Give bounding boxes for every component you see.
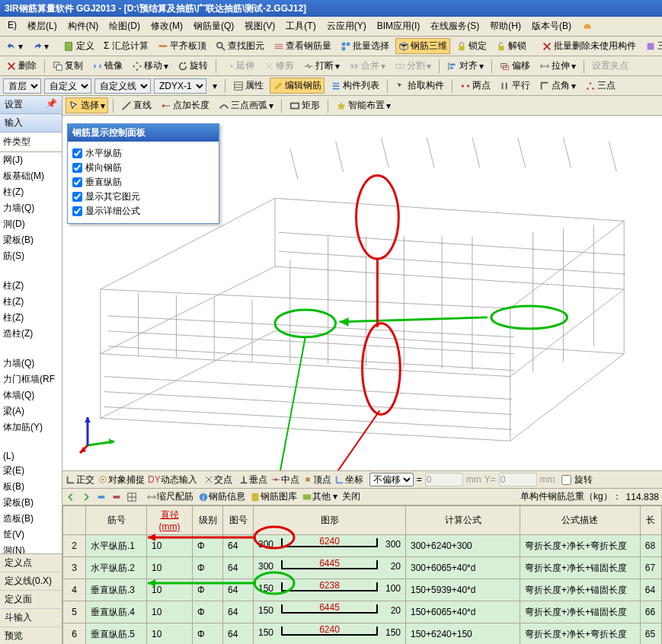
cell-3-0[interactable]: 5	[63, 601, 86, 623]
sidebar-item-25[interactable]: 洞(N)	[0, 543, 62, 553]
panel-check-3[interactable]: 显示其它图元	[72, 190, 214, 204]
smart-layout-button[interactable]: 智能布置 ▾	[333, 97, 394, 113]
next-button[interactable]	[81, 491, 91, 502]
col-5[interactable]: 图形	[254, 506, 406, 535]
sidebar-item-16[interactable]: 梁(A)	[0, 403, 62, 419]
cell-0-5[interactable]: 3006240300	[254, 535, 406, 557]
mirror-button[interactable]: 镜像	[89, 58, 126, 74]
panel-checkbox-3[interactable]	[72, 192, 82, 202]
sidebar-item-15[interactable]: 体墙(Q)	[0, 387, 62, 403]
sum-button[interactable]: Σ 汇总计算	[101, 38, 152, 54]
view-rebar-button[interactable]: 查看钢筋量	[270, 38, 334, 54]
cell-1-2[interactable]: 10	[147, 557, 193, 579]
dyn-input-button[interactable]: DY动态输入	[148, 473, 197, 486]
menu-item-10[interactable]: 在线服务(S)	[426, 18, 484, 34]
col-1[interactable]: 筋号	[86, 506, 147, 535]
cell-3-7[interactable]: 弯折长度+净长+锚固长度	[520, 601, 641, 623]
sidebar-input-header[interactable]: 输入	[0, 114, 62, 132]
menu-item-12[interactable]: 版本号(B)	[527, 18, 576, 34]
sidebar-item-5[interactable]: 梁板(B)	[0, 232, 62, 248]
sidebar-bottom-1[interactable]: 定义线(0.X)	[0, 572, 62, 591]
panel-check-2[interactable]: 垂直纵筋	[72, 175, 214, 190]
sidebar-bottom-2[interactable]: 定义面	[0, 591, 62, 609]
menu-item-9[interactable]: BIM应用(I)	[373, 18, 425, 34]
table-tool-button[interactable]	[126, 491, 137, 502]
rotate-checkbox[interactable]	[561, 475, 571, 485]
3d-viewport[interactable]: 钢筋显示控制面板 水平纵筋横向钢筋垂直纵筋显示其它图元显示详细公式	[62, 116, 662, 470]
cell-1-0[interactable]: 3	[63, 557, 86, 579]
table-row[interactable]: 3水平纵筋.210Φ64300644520300+6065+40*d弯折长度+净…	[63, 557, 662, 579]
sidebar-item-3[interactable]: 力墙(Q)	[0, 200, 62, 216]
custom-line-select[interactable]: 自定义线	[94, 78, 151, 94]
delete-button[interactable]: 删除	[3, 58, 40, 74]
menu-item-6[interactable]: 视图(V)	[240, 18, 280, 34]
dropdown-button[interactable]: ▾	[209, 79, 220, 93]
redo-button[interactable]: ▾	[29, 40, 52, 53]
sidebar-item-2[interactable]: 柱(Z)	[0, 184, 62, 200]
cell-1-3[interactable]: Φ	[193, 557, 223, 579]
three-point-button[interactable]: 三点	[582, 78, 619, 94]
lock-button[interactable]: 锁定	[453, 38, 490, 54]
attr-button[interactable]: 属性	[230, 78, 267, 94]
floor-select[interactable]: 首层	[3, 78, 41, 94]
cell-0-1[interactable]: 水平纵筋.1	[86, 535, 147, 557]
line-button[interactable]: 直线	[118, 97, 155, 113]
cell-0-4[interactable]: 64	[223, 535, 254, 557]
table-row[interactable]: 4垂直纵筋.310Φ641506238100150+5939+40*d弯折长度+…	[63, 579, 662, 601]
cell-2-3[interactable]: Φ	[193, 579, 223, 601]
cell-0-0[interactable]: 2	[63, 535, 86, 557]
cell-0-2[interactable]: 10	[147, 535, 193, 557]
extend-button[interactable]: 延伸	[221, 58, 257, 74]
cell-1-6[interactable]: 300+6065+40*d	[406, 557, 520, 579]
panel-checkbox-4[interactable]	[72, 206, 82, 216]
cell-3-3[interactable]: Φ	[193, 601, 223, 623]
corner-button[interactable]: 点角 ▾	[536, 78, 579, 94]
cell-3-5[interactable]: 150644520	[254, 601, 406, 623]
col-7[interactable]: 公式描述	[520, 506, 641, 535]
cell-4-0[interactable]: 6	[63, 623, 86, 645]
cell-2-5[interactable]: 1506238100	[254, 579, 406, 601]
col-4[interactable]: 图号	[223, 506, 254, 535]
two-point-button[interactable]: 两点	[457, 78, 494, 94]
col-6[interactable]: 计算公式	[406, 506, 520, 535]
sidebar-item-14[interactable]: 力门框墙(RF	[0, 371, 62, 387]
insert-button[interactable]	[96, 491, 107, 502]
break-button[interactable]: 打断 ▾	[300, 58, 343, 74]
select-button[interactable]: 选择 ▾	[66, 97, 108, 113]
find-button[interactable]: 查找图元	[213, 38, 267, 54]
cell-2-0[interactable]: 4	[63, 579, 86, 601]
cell-3-6[interactable]: 150+6065+40*d	[406, 601, 520, 623]
menu-item-3[interactable]: 绘图(D)	[104, 18, 145, 34]
sidebar-item-1[interactable]: 板基础(M)	[0, 168, 62, 184]
setgrip-button[interactable]: 设置夹点	[589, 58, 632, 74]
menu-item-2[interactable]: 构件(N)	[63, 18, 104, 34]
move-button[interactable]: 移动 ▾	[129, 58, 171, 74]
sidebar-item-10[interactable]: 柱(Z)	[0, 310, 62, 326]
coord-button[interactable]: 坐标	[334, 473, 363, 486]
vert-button[interactable]: 垂点	[238, 473, 267, 486]
snap-button[interactable]: 对象捕捉	[98, 473, 145, 486]
cell-4-8[interactable]: 65	[640, 623, 661, 645]
cross-button[interactable]: 交点	[203, 473, 232, 486]
sidebar-item-17[interactable]: 体加筋(Y)	[0, 419, 62, 435]
copy-button[interactable]: 复制	[50, 58, 86, 74]
cell-4-7[interactable]: 弯折长度+净长+弯折长度	[520, 623, 641, 645]
cell-1-1[interactable]: 水平纵筋.2	[86, 557, 147, 579]
undo-button[interactable]: ▾	[3, 40, 26, 53]
three-d-button[interactable]: 三	[642, 38, 662, 54]
panel-check-0[interactable]: 水平纵筋	[72, 146, 214, 161]
split-button[interactable]: 分割 ▾	[392, 58, 434, 74]
panel-checkbox-0[interactable]	[72, 148, 82, 158]
cell-2-7[interactable]: 弯折长度+净长+锚固长度	[520, 579, 641, 601]
define-button[interactable]: 定义	[61, 38, 98, 54]
sidebar-item-8[interactable]: 柱(Z)	[0, 278, 62, 294]
sidebar-item-9[interactable]: 柱(Z)	[0, 294, 62, 310]
cell-0-6[interactable]: 300+6240+300	[406, 535, 520, 557]
add-length-button[interactable]: 点加长度	[158, 97, 213, 113]
align-button[interactable]: 对齐 ▾	[444, 58, 487, 74]
custom-select[interactable]: 自定义	[44, 78, 91, 94]
flat-button[interactable]: 平齐板顶	[155, 38, 209, 54]
cell-1-7[interactable]: 弯折长度+净长+锚固长度	[520, 557, 641, 579]
menu-item-0[interactable]: E)	[3, 18, 21, 34]
helmet-icon[interactable]	[577, 18, 597, 34]
